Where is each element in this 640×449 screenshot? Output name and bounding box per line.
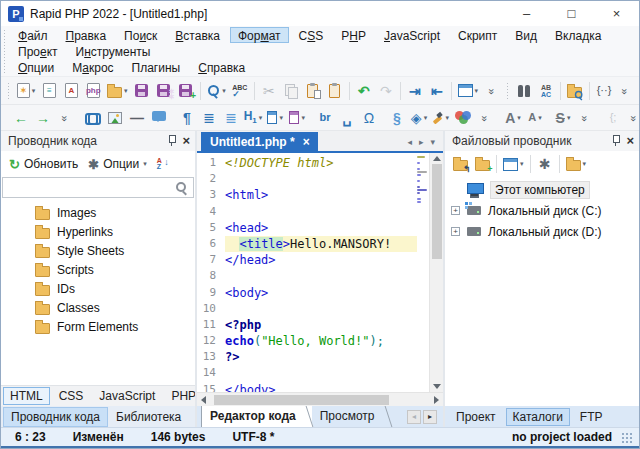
ordered-list-button[interactable]: ≣	[221, 107, 241, 129]
folder-form-elements[interactable]: Form Elements	[1, 317, 195, 336]
code-line-10[interactable]: 10	[197, 301, 417, 317]
strikethrough-button[interactable]: S▾	[553, 107, 573, 129]
menu-инструменты[interactable]: Инструменты	[68, 43, 159, 59]
insert-comment-button[interactable]	[149, 107, 169, 129]
menu-справка[interactable]: Справка	[190, 59, 253, 75]
tab-просмотр[interactable]: Просмотр	[312, 406, 391, 427]
view-prev-icon[interactable]: ◂	[407, 410, 421, 424]
paste-button[interactable]	[303, 80, 323, 102]
indent-increase-button[interactable]: ⇥	[405, 80, 425, 102]
indent-decrease-button[interactable]: ⇤	[427, 80, 447, 102]
code-line-14[interactable]: 14	[197, 365, 417, 381]
folder-favorites-button[interactable]: ▾	[564, 153, 589, 175]
tab-проект[interactable]: Проект	[449, 408, 503, 426]
menu-вставка[interactable]: Вставка	[167, 27, 228, 43]
search-input[interactable]	[7, 181, 175, 195]
spell-check-button[interactable]: ABC✓	[230, 80, 250, 102]
code-line-4[interactable]: 4	[197, 204, 417, 220]
panels-layout-button[interactable]: ▾	[456, 80, 480, 102]
find-button[interactable]: ▾	[205, 80, 228, 102]
close-button[interactable]: ×	[594, 1, 639, 26]
title-bar[interactable]: P Rapid PHP 2022 - [Untitled1.php] – □ ×	[1, 1, 639, 26]
tab-редактор-кода[interactable]: Редактор кода	[201, 406, 312, 427]
panel-close-icon[interactable]: ×	[626, 136, 634, 146]
tab-javascript[interactable]: JavaScript	[92, 387, 162, 405]
font-increase-button[interactable]: A▾	[503, 107, 523, 129]
menu-php[interactable]: PHP	[333, 27, 374, 43]
fmt-overflow[interactable]: »	[475, 107, 495, 129]
pin-icon[interactable]	[168, 135, 176, 147]
resize-grip[interactable]	[620, 431, 633, 444]
insert-tag-button[interactable]: ◈▾	[409, 107, 429, 129]
folder-ids[interactable]: IDs	[1, 279, 195, 298]
heading-button[interactable]: H1▾	[243, 107, 263, 129]
expander-icon[interactable]: +	[451, 227, 460, 236]
tab-scroll-left-icon[interactable]: ◂	[407, 137, 412, 147]
unordered-list-button[interactable]: ≣	[199, 107, 219, 129]
code-line-13[interactable]: 13?>	[197, 349, 417, 365]
tab-ftp[interactable]: FTP	[573, 408, 610, 426]
scroll-down-icon[interactable]	[433, 384, 441, 389]
insert-link-button[interactable]	[83, 107, 103, 129]
editor-tab[interactable]: Untitled1.php * ×	[201, 132, 318, 151]
code-line-6[interactable]: 6 <title>Hello.MANSORY!	[197, 236, 417, 252]
replace-in-files-button[interactable]: ABAC	[536, 80, 556, 102]
tree-item-локальный-диск-c-[interactable]: +Локальный диск (C:)	[445, 200, 639, 221]
new-document-button[interactable]: ✶▾	[15, 80, 37, 102]
menu-опции[interactable]: Опции	[10, 59, 62, 75]
scroll-left-icon[interactable]	[201, 396, 206, 404]
folder-scripts[interactable]: Scripts	[1, 260, 195, 279]
folder-images[interactable]: Images	[1, 203, 195, 222]
folder-hyperlinks[interactable]: Hyperlinks	[1, 222, 195, 241]
minimize-button[interactable]: –	[504, 1, 549, 26]
find-in-files-button[interactable]	[514, 80, 534, 102]
navigate-forward-button[interactable]: →	[33, 107, 53, 129]
menu-вкладка[interactable]: Вкладка	[547, 27, 609, 43]
folder-classes[interactable]: Classes	[1, 298, 195, 317]
code-editor[interactable]: 1<!DOCTYPE html>23<html>45<head>6 <title…	[197, 153, 417, 392]
code-line-9[interactable]: 9<body>	[197, 285, 417, 301]
insert-form-button[interactable]: ▾	[287, 107, 307, 129]
insert-script-button[interactable]: §	[387, 107, 407, 129]
insert-hr-button[interactable]: —	[127, 107, 147, 129]
menu-правка[interactable]: Правка	[58, 27, 115, 43]
new-html-document-button[interactable]: ≡	[39, 80, 59, 102]
folder-style-sheets[interactable]: Style Sheets	[1, 241, 195, 260]
format-painter-button[interactable]: ▾	[431, 107, 451, 129]
tab-html[interactable]: HTML	[3, 387, 50, 405]
horizontal-scroll-thumb[interactable]	[214, 395, 389, 405]
new-folder-button[interactable]: +	[472, 153, 492, 175]
group-overflow-1[interactable]: »	[482, 80, 502, 102]
toolbar1-overflow[interactable]: »	[615, 80, 635, 102]
code-line-5[interactable]: 5<head>	[197, 220, 417, 236]
tree-item-этот-компьютер[interactable]: Этот компьютер	[445, 179, 639, 200]
menu-формат[interactable]: Формат	[230, 27, 289, 43]
menu-поиск[interactable]: Поиск	[116, 27, 165, 43]
tab-css[interactable]: CSS	[52, 387, 91, 405]
folder-up-button[interactable]: ↰	[450, 153, 470, 175]
panel-close-icon[interactable]: ×	[182, 136, 190, 146]
code-line-3[interactable]: 3<html>	[197, 187, 417, 203]
menu-макрос[interactable]: Макрос	[64, 59, 121, 75]
clipboard-button[interactable]	[325, 80, 345, 102]
non-breaking-space-button[interactable]: ␣	[337, 107, 357, 129]
nav-overflow[interactable]: »	[55, 107, 75, 129]
code-line-1[interactable]: 1<!DOCTYPE html>	[197, 155, 417, 171]
tab-проводник-кода[interactable]: Проводник кода	[3, 407, 108, 427]
options-button[interactable]: ✱ Опции ▾	[85, 155, 150, 173]
tab-scroll-right-icon[interactable]: ▸	[419, 137, 424, 147]
horizontal-scrollbar[interactable]	[197, 392, 443, 406]
menu-вид[interactable]: Вид	[507, 27, 545, 43]
code-snippets-button[interactable]: {··}	[594, 80, 614, 102]
menu-файл[interactable]: Файл	[10, 27, 56, 43]
tab-close-icon[interactable]: ×	[303, 137, 310, 147]
explorer-options-button[interactable]: ✱	[535, 153, 555, 175]
code-line-12[interactable]: 12echo("Hello, World!");	[197, 333, 417, 349]
code-line-15[interactable]: 15</body>	[197, 382, 417, 392]
sort-button[interactable]: A Z ↓	[154, 156, 172, 172]
scroll-up-icon[interactable]	[433, 156, 441, 161]
code-line-8[interactable]: 8	[197, 268, 417, 284]
menu-css[interactable]: CSS	[291, 27, 332, 43]
refresh-button[interactable]: ↻ Обновить	[6, 155, 81, 173]
line-break-button[interactable]: br	[315, 107, 335, 129]
